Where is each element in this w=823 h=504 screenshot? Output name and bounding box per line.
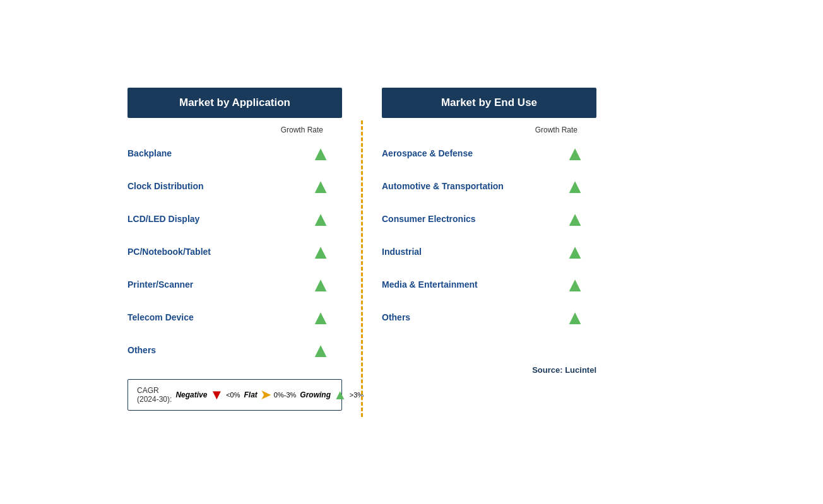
negative-label: Negative [175,390,207,399]
source-container: Source: Lucintel [382,346,596,375]
list-item: Industrial ▲ [382,235,596,268]
item-label: Backplane [127,148,172,158]
item-label: Aerospace & Defense [382,148,473,158]
up-arrow-icon: ▲ [311,307,331,327]
item-label: Others [382,312,410,322]
section-divider [361,120,363,417]
up-arrow-icon: ▲ [311,242,331,262]
up-arrow-icon: ▲ [311,143,331,163]
cagr-label: CAGR (2024-30): [137,386,172,404]
up-arrow-icon: ▲ [565,209,585,229]
item-label: Media & Entertainment [382,279,478,290]
list-item: Aerospace & Defense ▲ [382,137,596,170]
up-arrow-icon: ▲ [565,242,585,262]
up-arrow-icon: ▲ [311,274,331,295]
list-item: Automotive & Transportation ▲ [382,170,596,202]
flat-label: Flat [244,390,258,399]
legend-growing: Growing ▲ >3% [300,388,364,402]
list-item: Telecom Device ▲ [127,301,342,334]
left-growth-label: Growth Rate [127,126,342,134]
legend-negative: Negative ▼ <0% [175,388,240,402]
item-label: Clock Distribution [127,181,204,191]
source-text: Source: Lucintel [382,365,596,375]
list-item: Others ▲ [382,301,596,334]
up-arrow-icon: ▲ [565,176,585,196]
up-arrow-icon: ▲ [311,340,331,360]
item-label: Consumer Electronics [382,214,476,224]
list-item: Consumer Electronics ▲ [382,202,596,235]
list-item: Others ▲ [127,334,342,366]
right-growth-label: Growth Rate [382,126,596,134]
list-item: Backplane ▲ [127,137,342,170]
down-arrow-icon: ▼ [210,388,223,402]
up-arrow-legend-icon: ▲ [333,388,347,402]
list-item: LCD/LED Display ▲ [127,202,342,235]
item-label: PC/Notebook/Tablet [127,247,211,257]
up-arrow-icon: ▲ [565,307,585,327]
list-item: Clock Distribution ▲ [127,170,342,202]
item-label: Printer/Scanner [127,279,193,290]
up-arrow-icon: ▲ [565,274,585,295]
right-section-header: Market by End Use [382,88,596,118]
up-arrow-icon: ▲ [311,209,331,229]
up-arrow-icon: ▲ [311,176,331,196]
negative-range: <0% [226,391,240,399]
left-section-header: Market by Application [127,88,342,118]
item-label: LCD/LED Display [127,214,199,224]
item-label: Telecom Device [127,312,194,322]
flat-range: 0%-3% [274,391,296,399]
list-item: Printer/Scanner ▲ [127,268,342,301]
up-arrow-icon: ▲ [565,143,585,163]
list-item: PC/Notebook/Tablet ▲ [127,235,342,268]
item-label: Others [127,345,156,355]
left-section: Market by Application Growth Rate Backpl… [127,88,342,411]
legend-flat: Flat ➤ 0%-3% [244,388,297,402]
legend-box: CAGR (2024-30): Negative ▼ <0% Flat ➤ 0%… [127,379,342,411]
item-label: Industrial [382,247,422,257]
item-label: Automotive & Transportation [382,181,504,191]
right-section: Market by End Use Growth Rate Aerospace … [382,88,596,375]
growing-label: Growing [300,390,331,399]
list-item: Media & Entertainment ▲ [382,268,596,301]
right-arrow-icon: ➤ [260,388,271,402]
